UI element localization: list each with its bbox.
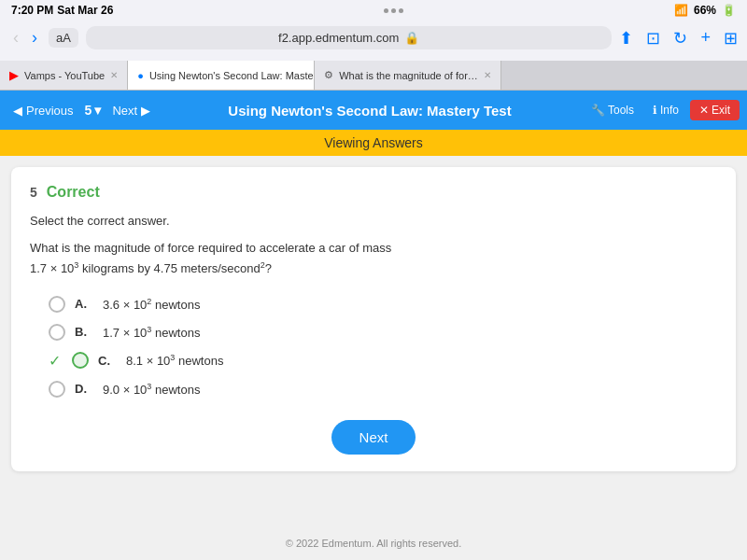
tab-force-favicon: ⚙ bbox=[324, 69, 333, 81]
app-nav-bar: ◀ Previous 5 ▾ Next ▶ Using Newton's Sec… bbox=[0, 91, 747, 130]
next-nav-button[interactable]: Next ▶ bbox=[106, 104, 156, 118]
question-body: What is the magnitude of force required … bbox=[30, 239, 717, 279]
question-number: 5 bbox=[30, 185, 37, 200]
info-label: Info bbox=[660, 104, 679, 117]
time-display: 7:20 PM bbox=[11, 4, 53, 17]
choice-b[interactable]: B. 1.7 × 103 newtons bbox=[49, 324, 717, 341]
choice-b-radio[interactable] bbox=[49, 324, 65, 341]
reload-icon[interactable]: ↻ bbox=[673, 28, 687, 49]
previous-label: Previous bbox=[26, 104, 74, 118]
tab-force[interactable]: ⚙ What is the magnitude of force require… bbox=[315, 61, 501, 90]
dropdown-chevron-icon: ▾ bbox=[94, 103, 101, 118]
prev-arrow-icon: ◀ bbox=[13, 104, 22, 118]
date-display: Sat Mar 26 bbox=[57, 4, 113, 17]
address-bar[interactable]: f2.app.edmentum.com 🔒 bbox=[86, 26, 613, 49]
browser-chrome: ‹ › aA f2.app.edmentum.com 🔒 ⬆ ⊡ ↻ + ⊞ bbox=[0, 21, 747, 61]
tab-force-label: What is the magnitude of force required … bbox=[339, 70, 478, 81]
choice-d-text: 9.0 × 103 newtons bbox=[103, 382, 200, 397]
edmentum-favicon: ● bbox=[137, 70, 144, 81]
status-bar: 7:20 PM Sat Mar 26 📶 66% 🔋 bbox=[0, 0, 747, 21]
tab-force-close[interactable]: ✕ bbox=[484, 70, 491, 80]
tabs-bar: ▶ Vamps - YouTube ✕ ● Using Newton's Sec… bbox=[0, 61, 747, 91]
tab-edmentum[interactable]: ● Using Newton's Second Law: Mastery Tes… bbox=[128, 61, 315, 90]
question-content-area: 5 Correct Select the correct answer. Wha… bbox=[11, 167, 736, 471]
youtube-icon: ▶ bbox=[9, 68, 19, 82]
answer-choices: A. 3.6 × 102 newtons B. 1.7 × 103 newton… bbox=[49, 296, 717, 398]
exit-icon: ✕ bbox=[699, 104, 709, 117]
tab-youtube[interactable]: ▶ Vamps - YouTube ✕ bbox=[0, 61, 128, 90]
next-button-container: Next bbox=[30, 420, 717, 455]
choice-c-radio[interactable] bbox=[72, 352, 89, 369]
wifi-icon: 📶 bbox=[674, 4, 688, 17]
info-button[interactable]: ℹ Info bbox=[645, 100, 686, 120]
test-title: Using Newton's Second Law: Mastery Test bbox=[156, 103, 584, 119]
question-number-selector[interactable]: 5 ▾ bbox=[79, 103, 107, 118]
next-nav-label: Next bbox=[112, 104, 137, 118]
next-arrow-icon: ▶ bbox=[141, 104, 150, 118]
battery-display: 66% bbox=[694, 4, 716, 17]
text-size-control[interactable]: aA bbox=[49, 28, 78, 48]
choice-c-text: 8.1 × 103 newtons bbox=[126, 353, 223, 368]
viewing-answers-banner: Viewing Answers bbox=[0, 130, 747, 156]
correct-status: Correct bbox=[47, 184, 100, 201]
url-text: f2.app.edmentum.com bbox=[278, 31, 399, 45]
lock-icon: 🔒 bbox=[404, 31, 419, 45]
question-line2: 1.7 × 103 kilograms by 4.75 meters/secon… bbox=[30, 261, 272, 275]
tools-label: Tools bbox=[608, 104, 634, 117]
battery-icon: 🔋 bbox=[722, 4, 736, 17]
tab-edmentum-label: Using Newton's Second Law: Mastery Test bbox=[149, 70, 315, 81]
choice-d[interactable]: D. 9.0 × 103 newtons bbox=[49, 381, 717, 398]
next-button[interactable]: Next bbox=[331, 420, 416, 455]
new-tab-icon[interactable]: + bbox=[700, 28, 711, 49]
question-num-display: 5 bbox=[85, 103, 92, 118]
exit-label: Exit bbox=[712, 104, 730, 117]
choice-d-radio[interactable] bbox=[49, 381, 65, 398]
tools-section: 🔧 Tools ℹ Info ✕ Exit bbox=[584, 100, 740, 120]
choice-c-label: C. bbox=[98, 354, 117, 368]
browser-forward-button[interactable]: › bbox=[28, 28, 41, 48]
instruction-text: Select the correct answer. bbox=[30, 214, 717, 228]
correct-checkmark-icon: ✓ bbox=[49, 352, 61, 370]
browser-back-button[interactable]: ‹ bbox=[9, 28, 22, 48]
choice-c[interactable]: ✓ C. 8.1 × 103 newtons bbox=[49, 352, 717, 370]
info-icon: ℹ bbox=[653, 104, 657, 117]
question-header: 5 Correct bbox=[30, 184, 717, 201]
choice-b-label: B. bbox=[75, 325, 93, 339]
tools-wrench-icon: 🔧 bbox=[591, 104, 605, 117]
tabs-icon[interactable]: ⊞ bbox=[724, 28, 738, 49]
choice-a[interactable]: A. 3.6 × 102 newtons bbox=[49, 296, 717, 313]
choice-b-text: 1.7 × 103 newtons bbox=[103, 325, 200, 340]
footer: © 2022 Edmentum. All rights reserved. bbox=[0, 530, 747, 556]
choice-a-radio[interactable] bbox=[49, 296, 65, 313]
exit-button[interactable]: ✕ Exit bbox=[690, 100, 740, 120]
question-line1: What is the magnitude of force required … bbox=[30, 241, 391, 255]
choice-a-text: 3.6 × 102 newtons bbox=[103, 297, 200, 312]
viewing-answers-text: Viewing Answers bbox=[324, 135, 423, 150]
tools-button[interactable]: 🔧 Tools bbox=[584, 100, 641, 120]
reader-icon[interactable]: ⊡ bbox=[646, 28, 660, 49]
share-icon[interactable]: ⬆ bbox=[619, 28, 633, 49]
choice-a-label: A. bbox=[75, 297, 93, 311]
choice-d-label: D. bbox=[75, 382, 93, 396]
copyright-text: © 2022 Edmentum. All rights reserved. bbox=[286, 538, 461, 549]
previous-button[interactable]: ◀ Previous bbox=[7, 104, 79, 118]
tab-youtube-label: Vamps - YouTube bbox=[24, 70, 105, 81]
tab-youtube-close[interactable]: ✕ bbox=[110, 70, 118, 80]
